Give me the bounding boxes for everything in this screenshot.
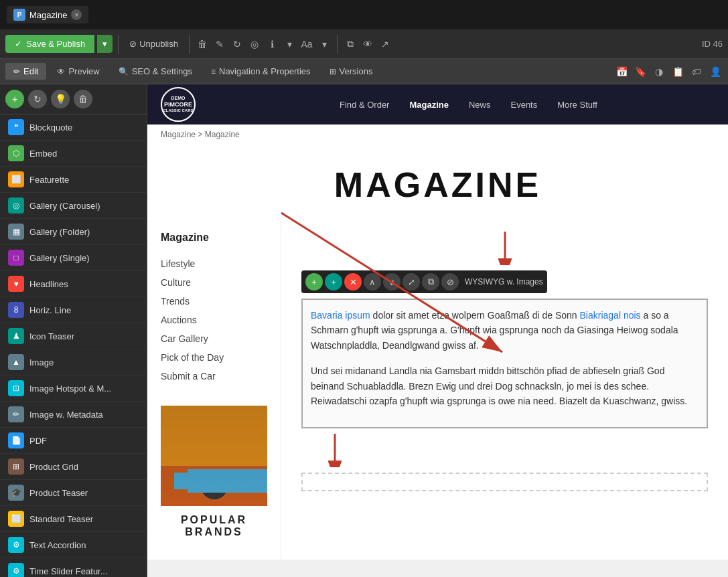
clipboard-icon[interactable]: 📋 [670, 64, 685, 79]
sidebar-lightbulb-button[interactable]: 💡 [51, 90, 70, 108]
sidebar-item-image-hotspot[interactable]: ⊡ Image Hotspot & M... [0, 376, 147, 402]
sidebar-item-standard-teaser-label: Standard Teaser [29, 514, 93, 524]
nav-events[interactable]: Events [510, 100, 537, 110]
sidebar: + ↻ 💡 🗑 ❝ Blockquote ⬡ Embed ⬜ Featurett… [0, 84, 147, 577]
tab-edit-label: Edit [23, 66, 38, 76]
product-grid-icon: ⊞ [8, 459, 24, 475]
chevron-down-icon[interactable]: ▾ [282, 37, 297, 52]
refresh-icon[interactable]: ↻ [230, 37, 244, 52]
text-block-1-container: Bavaria ipsum dolor sit amet etza wolper… [301, 299, 708, 428]
gallery-folder-icon: ▦ [8, 224, 24, 240]
sidebar-nav-trends[interactable]: Trends [161, 292, 267, 311]
sidebar-item-blockquote-label: Blockquote [29, 122, 72, 133]
text-link-1[interactable]: Bavaria ipsum [311, 310, 370, 321]
overlay-copy-button[interactable]: ⧉ [422, 273, 439, 291]
app-tab[interactable]: P Magazine × [7, 6, 88, 23]
tab-versions[interactable]: ⊞ Versions [321, 63, 381, 80]
sidebar-item-image-hotspot-label: Image Hotspot & M... [29, 384, 111, 394]
logo-pimcore: PIMCORE [164, 101, 192, 108]
toolbar-separator-2 [189, 35, 190, 54]
time-slider-icon: ⚙ [8, 563, 24, 577]
sidebar-item-text-accordion[interactable]: ⚙ Text Accordion [0, 532, 147, 558]
overlay-add-button-1[interactable]: + [305, 273, 323, 291]
overlay-close-button[interactable]: ✕ [344, 273, 362, 291]
sidebar-refresh-button[interactable]: ↻ [28, 90, 47, 108]
sidebar-item-pdf[interactable]: 📄 PDF [0, 428, 147, 454]
info-icon[interactable]: ℹ [265, 37, 279, 52]
sidebar-item-standard-teaser[interactable]: ⬜ Standard Teaser [0, 506, 147, 532]
tag-icon[interactable]: 🏷 [689, 64, 704, 79]
close-tab-button[interactable]: × [71, 9, 82, 20]
nav-more-stuff[interactable]: More Stuff [557, 100, 597, 110]
sidebar-item-gallery-carousel[interactable]: ◎ Gallery (Carousel) [0, 193, 147, 219]
share-icon[interactable]: ↗ [378, 37, 392, 52]
overlay-up-button[interactable]: ∧ [364, 273, 381, 291]
gallery-carousel-icon: ◎ [8, 197, 24, 214]
sidebar-item-horiz-line[interactable]: 8 Horiz. Line [0, 297, 147, 323]
sidebar-item-product-grid[interactable]: ⊞ Product Grid [0, 454, 147, 480]
overlay-visibility-button[interactable]: ⊘ [441, 273, 459, 291]
eye-icon[interactable]: 👁 [360, 37, 375, 52]
edit-bar: ✏ Edit 👁 Preview 🔍 SEO & Settings ≡ Navi… [0, 59, 728, 84]
person-icon[interactable]: 👤 [708, 64, 723, 79]
overlay-add-button-2[interactable]: + [325, 273, 342, 291]
breadcrumb-text: Magazine > Magazine [161, 130, 240, 139]
save-publish-button[interactable]: ✓ Save & Publish [5, 35, 94, 53]
sidebar-nav-pick-of-day[interactable]: Pick of the Day [161, 348, 267, 367]
sidebar-item-icon-teaser[interactable]: ♟ Icon Teaser [0, 323, 147, 349]
sidebar-trash-button[interactable]: 🗑 [74, 90, 92, 108]
external-link-icon[interactable]: ⧉ [343, 37, 358, 52]
unpublish-button[interactable]: ⊘ Unpublish [124, 35, 184, 52]
calendar-icon[interactable]: 📅 [614, 64, 629, 79]
sidebar-add-button[interactable]: + [5, 90, 24, 108]
tab-seo[interactable]: 🔍 SEO & Settings [111, 63, 200, 80]
popular-brands-title: POPULAR BRANDS [169, 514, 259, 538]
sidebar-item-image-metadata[interactable]: ✏ Image w. Metadata [0, 402, 147, 428]
tab-preview[interactable]: 👁 Preview [49, 63, 107, 80]
overlay-expand-button[interactable]: ⤢ [403, 273, 420, 291]
sidebar-nav-culture[interactable]: Culture [161, 273, 267, 292]
pie-chart-icon[interactable]: ◑ [652, 64, 666, 79]
sidebar-item-pdf-label: PDF [29, 436, 47, 446]
bookmark-icon[interactable]: 🔖 [633, 64, 648, 79]
content-area: DEMO PIMCORE CLASSIC CARS Find & Order M… [147, 84, 728, 577]
tab-navigation[interactable]: ≡ Navigation & Properties [203, 63, 319, 80]
sidebar-item-blockquote[interactable]: ❝ Blockquote [0, 114, 147, 141]
sidebar-nav-auctions[interactable]: Auctions [161, 311, 267, 329]
sidebar-item-featurette[interactable]: ⬜ Featurette [0, 167, 147, 193]
text-link-2[interactable]: Biakriagal [580, 310, 621, 321]
sidebar-nav-submit-car[interactable]: Submit a Car [161, 367, 267, 386]
featurette-icon: ⬜ [8, 171, 24, 187]
save-publish-label: Save & Publish [26, 39, 85, 49]
sidebar-item-text-accordion-label: Text Accordion [29, 540, 86, 550]
nav-find-order[interactable]: Find & Order [340, 100, 389, 110]
trash-icon[interactable]: 🗑 [195, 37, 210, 52]
nav-magazine[interactable]: Magazine [409, 100, 449, 110]
sidebar-item-horiz-line-label: Horiz. Line [29, 305, 71, 315]
icon-teaser-icon: ♟ [8, 328, 24, 344]
tab-edit[interactable]: ✏ Edit [5, 63, 46, 80]
target-icon[interactable]: ◎ [247, 37, 262, 52]
translate-icon[interactable]: Aa [299, 37, 314, 52]
sidebar-item-embed[interactable]: ⬡ Embed [0, 141, 147, 167]
sidebar-item-product-teaser-label: Product Teaser [29, 488, 88, 498]
sidebar-item-time-slider[interactable]: ⚙ Time Slider Featur... [0, 558, 147, 577]
sidebar-item-headlines[interactable]: ♥ Headlines [0, 271, 147, 297]
sidebar-nav-lifestyle[interactable]: Lifestyle [161, 254, 267, 273]
sidebar-item-headlines-label: Headlines [29, 279, 68, 289]
nav-news[interactable]: News [469, 100, 491, 110]
save-publish-dropdown-button[interactable]: ▾ [97, 35, 113, 53]
translate-dropdown-icon[interactable]: ▾ [317, 37, 332, 52]
text-link-3[interactable]: nois [624, 310, 641, 321]
sidebar-item-product-teaser[interactable]: 🎓 Product Teaser [0, 480, 147, 506]
sidebar-item-gallery-single[interactable]: □ Gallery (Single) [0, 245, 147, 271]
sidebar-nav-car-gallery[interactable]: Car Gallery [161, 329, 267, 348]
image-metadata-icon: ✏ [8, 406, 24, 422]
top-bar: P Magazine × [0, 0, 728, 29]
tab-versions-label: Versions [340, 66, 373, 76]
sidebar-item-image[interactable]: ▲ Image [0, 349, 147, 376]
popular-brands-section: POPULAR BRANDS [161, 506, 267, 546]
sidebar-item-gallery-folder[interactable]: ▦ Gallery (Folder) [0, 219, 147, 245]
overlay-down-button[interactable]: ∨ [383, 273, 401, 291]
edit-icon[interactable]: ✎ [212, 37, 227, 52]
